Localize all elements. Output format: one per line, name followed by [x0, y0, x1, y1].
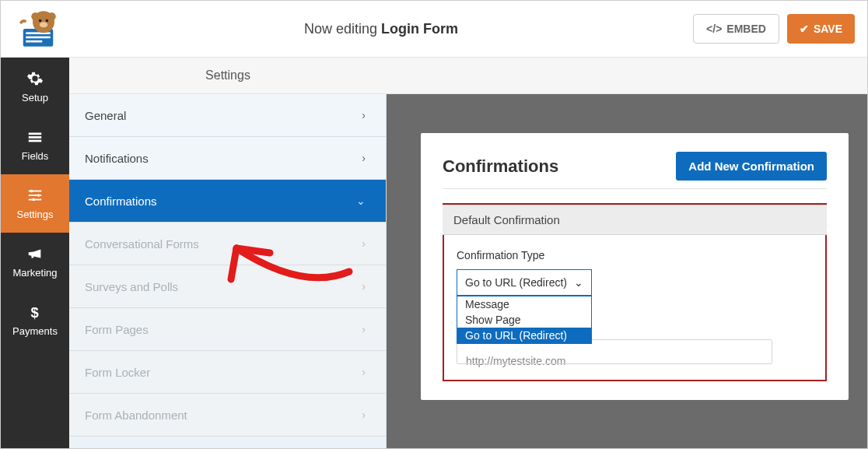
submenu-general[interactable]: General › [69, 94, 386, 137]
svg-rect-10 [29, 133, 42, 135]
rail-item-marketing[interactable]: Marketing [1, 233, 69, 291]
dollar-icon: $ [26, 303, 44, 321]
gear-icon [26, 70, 44, 87]
header-title: Now editing Login Form [69, 21, 693, 37]
chevron-right-icon: › [362, 109, 366, 121]
svg-point-17 [37, 194, 40, 197]
submenu-conversational-forms[interactable]: Conversational Forms › [69, 223, 386, 265]
check-icon: ✔ [800, 23, 809, 35]
bullhorn-icon [26, 245, 44, 262]
submenu-surveys-polls[interactable]: Surveys and Polls › [69, 265, 386, 308]
submenu-form-pages[interactable]: Form Pages › [69, 308, 386, 351]
svg-point-18 [32, 198, 35, 202]
chevron-right-icon: › [362, 152, 366, 164]
svg-rect-2 [26, 37, 51, 39]
chevron-right-icon: › [362, 323, 366, 335]
panel-title: Confirmations [443, 156, 558, 177]
chevron-right-icon: › [362, 366, 366, 378]
rail-item-settings[interactable]: Settings [1, 174, 69, 233]
dropdown-option-show-page[interactable]: Show Page [457, 312, 591, 328]
chevron-down-icon: ⌄ [574, 276, 583, 289]
divider [443, 188, 827, 189]
code-icon: </> [706, 23, 722, 35]
chevron-right-icon: › [362, 237, 366, 250]
submenu-notifications[interactable]: Notifications › [69, 137, 386, 180]
rail-item-setup[interactable]: Setup [1, 58, 69, 116]
svg-point-16 [30, 190, 33, 193]
svg-rect-11 [29, 136, 42, 139]
list-icon [26, 128, 44, 146]
svg-rect-1 [26, 32, 51, 34]
svg-rect-12 [29, 140, 42, 142]
svg-point-9 [40, 22, 48, 27]
sliders-icon [26, 187, 44, 204]
dropdown-option-go-to-url[interactable]: Go to URL (Redirect) [457, 328, 591, 343]
settings-submenu: General › Notifications › Confirmations … [69, 94, 387, 448]
header: Now editing Login Form </> EMBED ✔ SAVE [1, 1, 867, 58]
content-top-bar [387, 58, 867, 94]
sidebar-rail: Setup Fields Settings Marketing $ Paymen… [1, 58, 69, 448]
svg-text:$: $ [31, 304, 39, 321]
dropdown-option-message[interactable]: Message [457, 296, 591, 312]
embed-button[interactable]: </> EMBED [693, 14, 779, 44]
add-new-confirmation-button[interactable]: Add New Confirmation [676, 152, 827, 181]
rail-item-payments[interactable]: $ Payments [1, 291, 69, 349]
settings-bar-left: Settings [69, 58, 387, 94]
confirmation-type-select[interactable]: Go to URL (Redirect) ⌄ [457, 269, 592, 296]
chevron-right-icon: › [362, 409, 366, 421]
app-logo [1, 7, 69, 51]
svg-rect-3 [26, 40, 42, 43]
confirmation-type-label: Confirmation Type [457, 249, 813, 261]
svg-point-8 [46, 19, 49, 23]
submenu-confirmations[interactable]: Confirmations ⌄ [69, 180, 386, 223]
chevron-right-icon: › [362, 280, 366, 293]
submenu-form-locker[interactable]: Form Locker › [69, 351, 386, 394]
submenu-form-abandonment[interactable]: Form Abandonment › [69, 394, 386, 437]
save-button[interactable]: ✔ SAVE [787, 14, 855, 44]
svg-point-6 [47, 12, 56, 21]
confirmation-type-dropdown: Message Show Page Go to URL (Redirect) [457, 296, 592, 344]
chevron-down-icon: ⌄ [356, 195, 366, 207]
svg-point-5 [31, 12, 40, 21]
confirmations-card: Confirmations Add New Confirmation Defau… [421, 133, 849, 400]
svg-point-7 [39, 19, 42, 23]
form-name: Login Form [381, 21, 458, 37]
editing-prefix: Now editing [304, 21, 377, 37]
rail-item-fields[interactable]: Fields [1, 116, 69, 174]
default-confirmation-header[interactable]: Default Confirmation [443, 205, 827, 235]
